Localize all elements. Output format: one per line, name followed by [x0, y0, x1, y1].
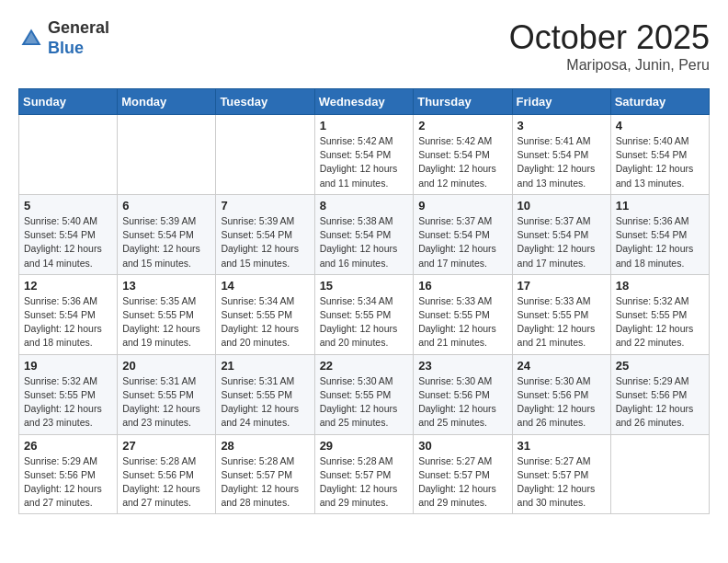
day-number: 30	[418, 439, 506, 453]
day-number: 6	[122, 199, 210, 213]
calendar-cell: 25Sunrise: 5:29 AM Sunset: 5:56 PM Dayli…	[610, 354, 709, 434]
weekday-header-monday: Monday	[118, 89, 216, 115]
calendar-cell	[610, 434, 709, 514]
day-info: Sunrise: 5:32 AM Sunset: 5:55 PM Dayligh…	[616, 294, 704, 350]
day-info: Sunrise: 5:32 AM Sunset: 5:55 PM Dayligh…	[24, 374, 112, 431]
calendar-cell: 6Sunrise: 5:39 AM Sunset: 5:54 PM Daylig…	[118, 194, 216, 274]
weekday-header-thursday: Thursday	[414, 89, 512, 115]
day-number: 17	[518, 279, 606, 293]
day-info: Sunrise: 5:36 AM Sunset: 5:54 PM Dayligh…	[24, 294, 112, 350]
calendar-cell: 4Sunrise: 5:40 AM Sunset: 5:54 PM Daylig…	[610, 115, 709, 195]
day-info: Sunrise: 5:41 AM Sunset: 5:54 PM Dayligh…	[518, 134, 606, 190]
day-number: 21	[221, 359, 309, 373]
day-info: Sunrise: 5:34 AM Sunset: 5:55 PM Dayligh…	[221, 294, 309, 350]
calendar-cell: 24Sunrise: 5:30 AM Sunset: 5:56 PM Dayli…	[512, 354, 610, 434]
week-row-4: 19Sunrise: 5:32 AM Sunset: 5:55 PM Dayli…	[19, 354, 710, 434]
calendar-cell: 12Sunrise: 5:36 AM Sunset: 5:54 PM Dayli…	[19, 274, 118, 354]
location: Mariposa, Junin, Peru	[509, 57, 710, 74]
calendar-cell: 9Sunrise: 5:37 AM Sunset: 5:54 PM Daylig…	[414, 194, 512, 274]
week-row-5: 26Sunrise: 5:29 AM Sunset: 5:56 PM Dayli…	[19, 434, 710, 514]
calendar-cell: 2Sunrise: 5:42 AM Sunset: 5:54 PM Daylig…	[414, 115, 512, 195]
calendar-cell: 16Sunrise: 5:33 AM Sunset: 5:55 PM Dayli…	[414, 274, 512, 354]
day-number: 10	[518, 199, 606, 213]
calendar-table: SundayMondayTuesdayWednesdayThursdayFrid…	[18, 88, 710, 514]
calendar-cell: 22Sunrise: 5:30 AM Sunset: 5:55 PM Dayli…	[314, 354, 414, 434]
month-title: October 2025	[509, 18, 710, 57]
day-info: Sunrise: 5:35 AM Sunset: 5:55 PM Dayligh…	[122, 294, 210, 350]
day-info: Sunrise: 5:33 AM Sunset: 5:55 PM Dayligh…	[518, 294, 606, 350]
page-header: General Blue October 2025 Mariposa, Juni…	[18, 18, 710, 74]
weekday-header-friday: Friday	[512, 89, 610, 115]
day-info: Sunrise: 5:28 AM Sunset: 5:57 PM Dayligh…	[221, 454, 309, 511]
week-row-3: 12Sunrise: 5:36 AM Sunset: 5:54 PM Dayli…	[19, 274, 710, 354]
calendar-cell: 20Sunrise: 5:31 AM Sunset: 5:55 PM Dayli…	[118, 354, 216, 434]
day-info: Sunrise: 5:28 AM Sunset: 5:56 PM Dayligh…	[122, 454, 210, 511]
day-number: 25	[616, 359, 704, 373]
weekday-header-sunday: Sunday	[19, 89, 118, 115]
calendar-cell: 5Sunrise: 5:40 AM Sunset: 5:54 PM Daylig…	[19, 194, 118, 274]
calendar-cell: 7Sunrise: 5:39 AM Sunset: 5:54 PM Daylig…	[216, 194, 314, 274]
day-info: Sunrise: 5:42 AM Sunset: 5:54 PM Dayligh…	[320, 134, 409, 190]
calendar-cell: 15Sunrise: 5:34 AM Sunset: 5:55 PM Dayli…	[314, 274, 414, 354]
week-row-2: 5Sunrise: 5:40 AM Sunset: 5:54 PM Daylig…	[19, 194, 710, 274]
weekday-header-tuesday: Tuesday	[216, 89, 314, 115]
day-info: Sunrise: 5:36 AM Sunset: 5:54 PM Dayligh…	[616, 214, 704, 270]
day-number: 4	[616, 119, 704, 132]
day-info: Sunrise: 5:29 AM Sunset: 5:56 PM Dayligh…	[24, 454, 112, 511]
title-block: October 2025 Mariposa, Junin, Peru	[509, 18, 710, 74]
day-number: 22	[320, 359, 409, 373]
day-number: 20	[122, 359, 210, 373]
calendar-cell: 23Sunrise: 5:30 AM Sunset: 5:56 PM Dayli…	[414, 354, 512, 434]
day-number: 23	[418, 359, 506, 373]
weekday-header-row: SundayMondayTuesdayWednesdayThursdayFrid…	[19, 89, 710, 115]
day-info: Sunrise: 5:37 AM Sunset: 5:54 PM Dayligh…	[418, 214, 506, 270]
day-info: Sunrise: 5:28 AM Sunset: 5:57 PM Dayligh…	[320, 454, 409, 511]
day-number: 26	[24, 439, 112, 453]
calendar-cell: 26Sunrise: 5:29 AM Sunset: 5:56 PM Dayli…	[19, 434, 118, 514]
calendar-cell: 30Sunrise: 5:27 AM Sunset: 5:57 PM Dayli…	[414, 434, 512, 514]
day-info: Sunrise: 5:38 AM Sunset: 5:54 PM Dayligh…	[320, 214, 409, 270]
calendar-cell: 19Sunrise: 5:32 AM Sunset: 5:55 PM Dayli…	[19, 354, 118, 434]
day-info: Sunrise: 5:37 AM Sunset: 5:54 PM Dayligh…	[518, 214, 606, 270]
calendar-cell: 31Sunrise: 5:27 AM Sunset: 5:57 PM Dayli…	[512, 434, 610, 514]
calendar-cell: 8Sunrise: 5:38 AM Sunset: 5:54 PM Daylig…	[314, 194, 414, 274]
day-number: 18	[616, 279, 704, 293]
weekday-header-saturday: Saturday	[610, 89, 709, 115]
calendar-cell: 11Sunrise: 5:36 AM Sunset: 5:54 PM Dayli…	[610, 194, 709, 274]
calendar-cell: 3Sunrise: 5:41 AM Sunset: 5:54 PM Daylig…	[512, 115, 610, 195]
day-number: 28	[221, 439, 309, 453]
day-number: 29	[320, 439, 409, 453]
day-info: Sunrise: 5:40 AM Sunset: 5:54 PM Dayligh…	[24, 214, 112, 270]
day-number: 14	[221, 279, 309, 293]
calendar-cell	[19, 115, 118, 195]
day-number: 27	[122, 439, 210, 453]
day-info: Sunrise: 5:31 AM Sunset: 5:55 PM Dayligh…	[122, 374, 210, 431]
calendar-cell: 1Sunrise: 5:42 AM Sunset: 5:54 PM Daylig…	[314, 115, 414, 195]
calendar-cell: 28Sunrise: 5:28 AM Sunset: 5:57 PM Dayli…	[216, 434, 314, 514]
calendar-cell: 13Sunrise: 5:35 AM Sunset: 5:55 PM Dayli…	[118, 274, 216, 354]
day-info: Sunrise: 5:33 AM Sunset: 5:55 PM Dayligh…	[418, 294, 506, 350]
calendar-cell	[216, 115, 314, 195]
day-info: Sunrise: 5:30 AM Sunset: 5:56 PM Dayligh…	[518, 374, 606, 431]
week-row-1: 1Sunrise: 5:42 AM Sunset: 5:54 PM Daylig…	[19, 115, 710, 195]
day-info: Sunrise: 5:27 AM Sunset: 5:57 PM Dayligh…	[418, 454, 506, 511]
day-number: 8	[320, 199, 409, 213]
day-info: Sunrise: 5:40 AM Sunset: 5:54 PM Dayligh…	[616, 134, 704, 190]
day-info: Sunrise: 5:29 AM Sunset: 5:56 PM Dayligh…	[616, 374, 704, 431]
calendar-cell: 10Sunrise: 5:37 AM Sunset: 5:54 PM Dayli…	[512, 194, 610, 274]
logo-icon	[18, 26, 44, 52]
calendar-cell: 14Sunrise: 5:34 AM Sunset: 5:55 PM Dayli…	[216, 274, 314, 354]
calendar-cell	[118, 115, 216, 195]
day-info: Sunrise: 5:39 AM Sunset: 5:54 PM Dayligh…	[122, 214, 210, 270]
day-number: 7	[221, 199, 309, 213]
day-number: 31	[518, 439, 606, 453]
day-number: 16	[418, 279, 506, 293]
calendar-cell: 29Sunrise: 5:28 AM Sunset: 5:57 PM Dayli…	[314, 434, 414, 514]
day-number: 3	[518, 119, 606, 132]
day-number: 9	[418, 199, 506, 213]
day-info: Sunrise: 5:34 AM Sunset: 5:55 PM Dayligh…	[320, 294, 409, 350]
logo: General Blue	[18, 18, 109, 58]
day-info: Sunrise: 5:42 AM Sunset: 5:54 PM Dayligh…	[418, 134, 506, 190]
logo-text: General Blue	[48, 18, 109, 58]
calendar-cell: 17Sunrise: 5:33 AM Sunset: 5:55 PM Dayli…	[512, 274, 610, 354]
